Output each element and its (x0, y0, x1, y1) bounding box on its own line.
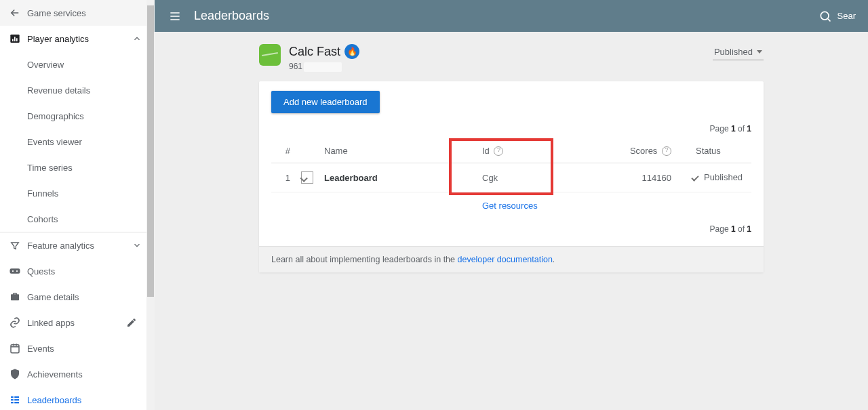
sidebar-item-demographics[interactable]: Demographics (0, 103, 155, 129)
col-name: Name (319, 139, 477, 163)
sidebar-group-player-analytics[interactable]: Player analytics (0, 26, 155, 52)
svg-rect-4 (10, 268, 20, 274)
svg-rect-12 (14, 399, 19, 401)
filter-icon (7, 237, 23, 253)
sidebar-group-label: Player analytics (27, 34, 130, 44)
app-id-redacted (304, 62, 342, 72)
pencil-icon[interactable] (123, 314, 140, 331)
sidebar-item-funnels[interactable]: Funnels (0, 180, 155, 206)
sidebar-item-game-details[interactable]: Game details (0, 284, 155, 310)
row-name: Leaderboard (324, 173, 378, 183)
svg-rect-10 (11, 402, 14, 403)
arrow-left-icon (7, 5, 23, 21)
sidebar-item-linked-apps[interactable]: Linked apps (0, 310, 155, 335)
check-icon (690, 173, 700, 183)
sidebar-item-events[interactable]: Events (0, 335, 155, 361)
app-header: Calc Fast 🔥 961 Published (259, 44, 764, 72)
svg-rect-3 (16, 38, 18, 41)
sidebar-scroll-thumb[interactable] (147, 5, 154, 297)
svg-point-5 (12, 270, 14, 272)
leaderboards-card: Add new leaderboard Page 1 of 1 # (259, 81, 764, 273)
shield-icon (7, 366, 23, 382)
app-name: Calc Fast (289, 45, 340, 59)
calendar-icon (7, 340, 23, 356)
publish-state-select[interactable]: Published (713, 44, 764, 60)
col-status: Status (677, 139, 751, 163)
svg-rect-7 (11, 345, 19, 353)
developer-documentation-link[interactable]: developer documentation (457, 255, 552, 264)
sidebar-item-leaderboards[interactable]: Leaderboards (0, 387, 155, 410)
row-status: Published (704, 172, 743, 182)
col-id: Id (482, 146, 490, 156)
svg-point-6 (16, 270, 18, 272)
bar-chart-icon (7, 30, 23, 47)
app-icon (259, 44, 281, 66)
sidebar-item-cohorts[interactable]: Cohorts (0, 206, 155, 232)
sidebar-item-time-series[interactable]: Time series (0, 155, 155, 180)
info-strip: Learn all about implementing leaderboard… (259, 246, 764, 272)
briefcase-icon (7, 289, 23, 305)
chevron-up-icon (130, 32, 144, 45)
search-icon (817, 8, 833, 24)
sidebar-group-label: Feature analytics (27, 241, 130, 251)
svg-point-14 (821, 12, 829, 20)
sidebar-item-events-viewer[interactable]: Events viewer (0, 129, 155, 155)
help-icon[interactable] (662, 146, 671, 156)
svg-rect-11 (14, 396, 19, 398)
search[interactable]: Sear (817, 8, 856, 24)
pager-bottom: Page 1 of 1 (271, 219, 751, 239)
main: Leaderboards Sear Calc Fast 🔥 961 (155, 0, 868, 410)
sidebar: Game services Player analytics Overview … (0, 0, 155, 410)
pager-top: Page 1 of 1 (271, 119, 751, 139)
row-index: 1 (271, 163, 296, 192)
page-title: Leaderboards (194, 9, 817, 23)
leaderboards-table: # Name Id Scores (271, 139, 751, 220)
chevron-down-icon (130, 239, 144, 252)
content: Calc Fast 🔥 961 Published Add new leader… (155, 32, 868, 410)
row-scores: 114160 (616, 163, 677, 192)
sidebar-item-overview[interactable]: Overview (0, 52, 155, 77)
link-icon (7, 314, 23, 331)
sidebar-group-feature-analytics[interactable]: Feature analytics (0, 232, 155, 258)
svg-rect-8 (11, 396, 14, 398)
col-scores: Scores (630, 146, 657, 156)
row-id: Cgk (482, 173, 498, 183)
get-resources-link[interactable]: Get resources (482, 201, 538, 211)
add-leaderboard-button[interactable]: Add new leaderboard (271, 91, 380, 113)
sidebar-item-quests[interactable]: Quests (0, 258, 155, 284)
search-placeholder: Sear (837, 11, 856, 21)
svg-rect-1 (12, 39, 14, 41)
sidebar-scrollbar[interactable] (146, 0, 155, 410)
appbar: Leaderboards Sear (155, 0, 868, 32)
menu-button[interactable] (167, 8, 183, 24)
quests-icon (7, 263, 23, 279)
flame-badge: 🔥 (344, 44, 359, 59)
leaderboard-icon (7, 392, 23, 408)
app-id: 961 (289, 62, 302, 71)
dropdown-caret-icon (757, 50, 762, 54)
help-icon[interactable] (494, 146, 503, 156)
sidebar-item-revenue-details[interactable]: Revenue details (0, 77, 155, 103)
sidebar-back-game-services[interactable]: Game services (0, 0, 155, 26)
sidebar-back-label: Game services (27, 8, 144, 18)
sidebar-item-achievements[interactable]: Achievements (0, 361, 155, 387)
leaderboard-row-icon (301, 171, 313, 184)
svg-rect-9 (11, 399, 14, 401)
table-row[interactable]: 1 Leaderboard Cgk 114160 Published (271, 163, 751, 192)
col-index: # (271, 139, 296, 163)
publish-state-label: Published (714, 47, 753, 57)
svg-rect-13 (14, 402, 19, 403)
svg-rect-2 (14, 37, 16, 41)
